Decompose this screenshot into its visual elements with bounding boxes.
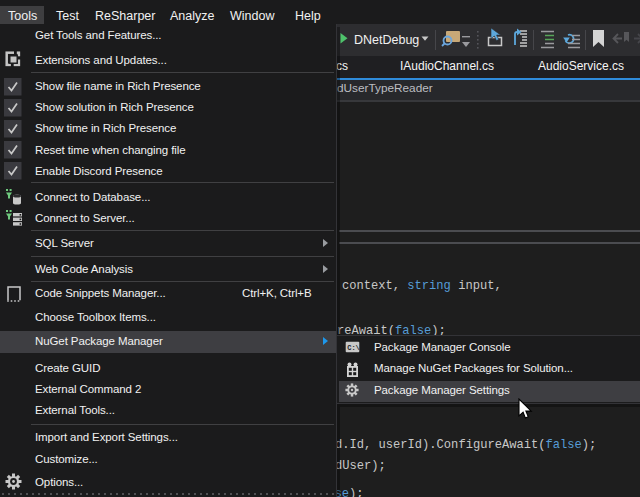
svg-text:C:\: C:\: [347, 343, 360, 351]
